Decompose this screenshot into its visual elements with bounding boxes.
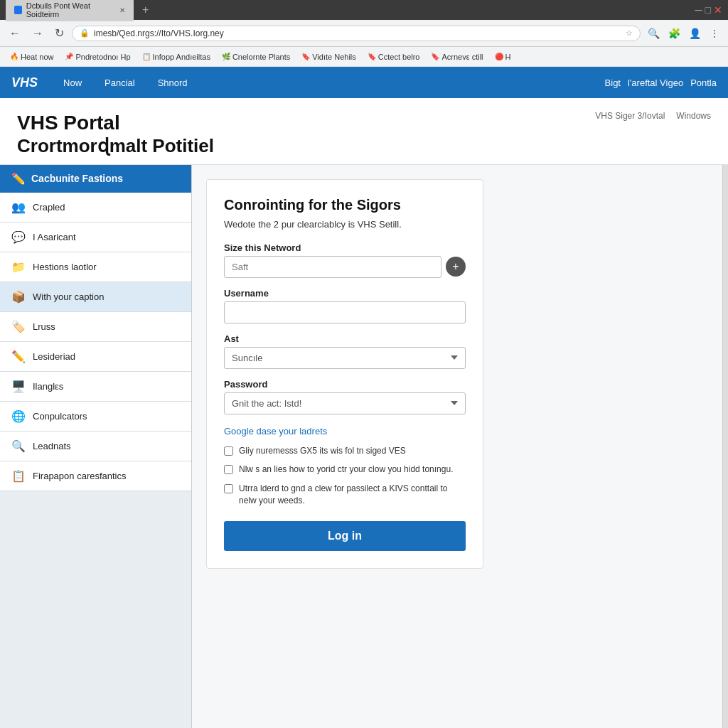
tab-close-button[interactable]: ✕ [119,6,125,14]
sidebar-item-caption[interactable]: 📦 With your caption [0,282,191,312]
sidebar-item-leadnats[interactable]: 🔍 Leadnats [0,432,191,461]
sidebar-item-crapled[interactable]: 👥 Crapled [0,193,191,223]
address-input[interactable] [94,28,621,38]
bookmark-item[interactable]: 🌿 Cnelornte Plants [218,51,294,63]
page-title-line1: VHS Portal [17,111,214,135]
new-tab-button[interactable]: + [138,4,153,16]
password-select[interactable]: Gnit the act: Istd! [224,392,466,414]
back-button[interactable]: ← [6,26,24,41]
ilangles-icon: 🖥️ [11,380,26,393]
network-input[interactable] [224,256,441,278]
lesideriad-icon: ✏️ [11,350,26,363]
bookmark-label: Heat now [21,53,53,61]
sidebar-item-hestions[interactable]: 📁 Hestions laotlor [0,252,191,282]
tab-title: Dcbuils Pont Weat Soidteirm [26,1,115,18]
checkbox-1-label: Gliy nuremesss GX5 its wis fol tn siged … [239,445,406,457]
username-input[interactable] [224,301,466,323]
leadnats-icon: 🔍 [11,439,26,453]
bookmark-label: Pndretodnoı Hp [75,53,130,61]
extensions-button[interactable]: 🧩 [665,26,683,41]
settings-button[interactable]: ⋮ [707,26,722,41]
ast-label: Ast [224,333,466,344]
sidebar-item-asaricant[interactable]: 💬 I Asaricant [0,223,191,252]
search-nav-button[interactable]: 🔍 [645,26,663,41]
page-title-line2: Crortmorɖmalt Potitiel [17,135,214,157]
bookmark-item[interactable]: 🔖 Acrnevε ctill [427,51,487,63]
bookmark-label: Acrnevε ctill [441,53,483,61]
sidebar: ✏️ Cacbunite Fastions 👥 Crapled 💬 I Asar… [0,165,192,728]
nav-link-shnord[interactable]: Shnord [154,75,192,91]
bookmark-item[interactable]: 📋 Infopp Andıeiltas [138,51,215,63]
checkbox-3-label: Utrra lderd to gnd a clew for passilect … [239,483,466,507]
bookmark-item[interactable]: 🔖 Vidıte Nehils [297,51,360,63]
nav-link-now[interactable]: Now [59,75,86,91]
ast-select[interactable]: Suncıle [224,347,466,369]
bookmark-icon: 📌 [65,53,73,60]
bookmark-icon: 🔖 [431,53,439,60]
bookmark-item[interactable]: 🔥 Heat now [6,51,58,63]
nav-link-pancial[interactable]: Pancial [100,75,139,91]
header-link-windows[interactable]: Windows [676,111,711,121]
sidebar-item-firapapon[interactable]: 📋 Firapapon caresfantics [0,461,191,491]
add-network-button[interactable]: + [446,257,466,277]
page-title-group: VHS Portal Crortmorɖmalt Potitiel [17,111,214,157]
profile-button[interactable]: 👤 [686,26,704,41]
forward-button[interactable]: → [28,26,47,41]
checkbox-3[interactable] [224,484,233,493]
sidebar-item-lesideriad[interactable]: ✏️ Lesideriad [0,342,191,372]
sidebar-header-label: Cacbunite Fastions [31,173,123,184]
bookmark-icon: 🔖 [301,53,310,60]
content-area: Conrointing for the Sigors Wedote the 2 … [192,165,722,728]
star-icon[interactable]: ☆ [626,28,633,38]
bookmark-icon: 📋 [142,53,151,60]
nav-icon-group: 🔍 🧩 👤 ⋮ [645,26,722,41]
nav-right-bigt[interactable]: Bigt [605,77,621,88]
bookmark-item[interactable]: 🔖 Cctect belro [363,51,424,63]
google-link[interactable]: Google dase your ladrets [224,426,327,437]
sidebar-item-label: Crapled [33,202,65,213]
sidebar-item-ilangles[interactable]: 🖥️ Ilanglεs [0,372,191,402]
form-group-ast: Ast Suncıle [224,333,466,369]
bookmark-item[interactable]: 🔴 H [491,51,515,63]
bookmark-icon: 🔖 [368,53,376,60]
nav-right-video[interactable]: l'areftal Vigeo [628,77,683,88]
tab-favicon [14,6,22,14]
page-header: VHS Portal Crortmorɖmalt Potitiel VHS Si… [0,98,728,165]
login-button[interactable]: Log in [224,521,466,551]
bookmark-icon: 🔥 [10,53,18,60]
sidebar-item-label: With your caption [33,291,104,302]
sidebar-item-conpulcators[interactable]: 🌐 Conpulcators [0,402,191,432]
maximize-button[interactable]: □ [705,4,711,16]
sidebar-header-icon: ✏️ [11,172,26,186]
browser-titlebar: Dcbuils Pont Weat Soidteirm ✕ + ─ □ ✕ [0,0,728,20]
sidebar-item-label: Conpulcators [33,411,87,422]
app-navbar: VHS Now Pancial Shnord Bigt l'areftal Vi… [0,67,728,98]
network-label: Size this Netword [224,242,466,253]
password-label: Password [224,379,466,390]
bookmark-label: Cnelornte Plants [232,53,290,61]
header-link-siger[interactable]: VHS Siger 3/Iovtal [595,111,665,121]
caption-icon: 📦 [11,290,26,304]
sidebar-item-label: Lesideriad [33,351,75,362]
scrollbar[interactable] [722,165,728,728]
checkbox-2[interactable] [224,465,233,474]
conpulcators-icon: 🌐 [11,410,26,423]
form-group-username: Username [224,288,466,323]
form-title: Conrointing for the Sigors [224,197,466,213]
sidebar-item-label: Leadnats [33,441,71,451]
refresh-button[interactable]: ↻ [51,25,68,41]
close-button[interactable]: ✕ [714,4,722,16]
browser-tab[interactable]: Dcbuils Pont Weat Soidteirm ✕ [6,0,134,21]
bookmark-label: H [505,53,511,61]
minimize-button[interactable]: ─ [695,4,702,16]
main-layout: ✏️ Cacbunite Fastions 👥 Crapled 💬 I Asar… [0,165,728,728]
checkbox-2-label: Nlw s an lies how to yorid ctr your clow… [239,464,453,476]
sidebar-item-label: Lruss [33,321,55,332]
app-nav-right: Bigt l'areftal Vigeo Pontla [605,77,717,88]
bookmark-item[interactable]: 📌 Pndretodnoı Hp [60,51,134,63]
bookmark-icon: 🌿 [222,53,230,60]
lruss-icon: 🏷️ [11,320,26,333]
sidebar-item-lruss[interactable]: 🏷️ Lruss [0,312,191,342]
checkbox-1[interactable] [224,446,233,456]
nav-right-pontla[interactable]: Pontla [690,77,717,88]
